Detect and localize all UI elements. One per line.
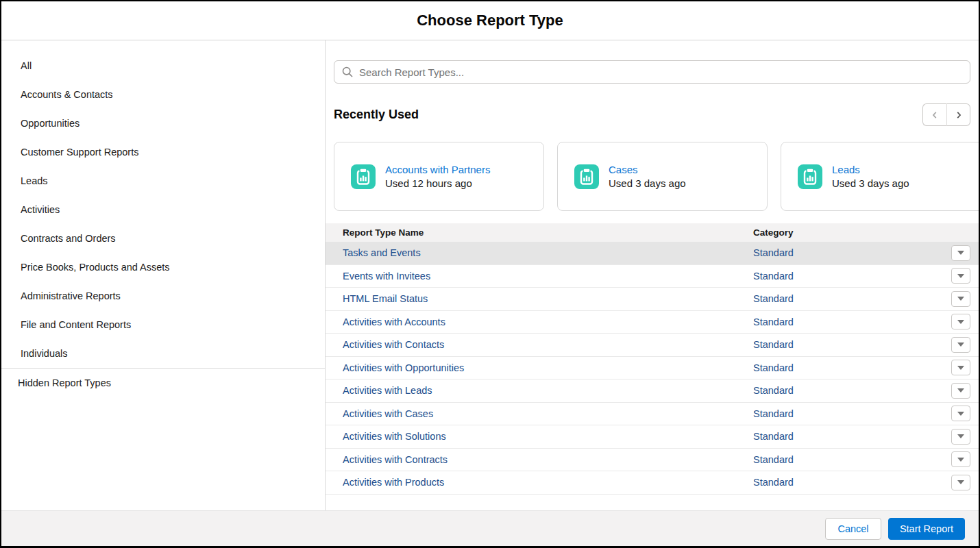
sidebar-item-label: Accounts & Contacts [21, 89, 113, 100]
report-type-row[interactable]: Activities with Contacts Standard [326, 334, 979, 357]
sidebar-item-label: Contracts and Orders [21, 233, 116, 244]
report-type-icon [798, 164, 822, 189]
sidebar-item-hidden-report-types[interactable]: Hidden Report Types [1, 369, 325, 397]
chevron-down-icon [957, 320, 964, 324]
report-type-row[interactable]: Activities with Opportunities Standard [326, 357, 979, 380]
row-actions-dropdown-button[interactable] [951, 291, 970, 307]
report-type-row[interactable]: Activities with Leads Standard [326, 379, 979, 403]
chevron-down-icon [957, 366, 964, 370]
carousel-previous-button[interactable] [922, 103, 946, 126]
row-actions-dropdown-button[interactable] [951, 337, 970, 353]
category-sidebar: All Accounts & Contacts Opportunities Cu… [1, 40, 326, 510]
chevron-down-icon [957, 274, 964, 278]
recent-card-title-link[interactable]: Accounts with Partners [385, 164, 490, 175]
table-header-row: Report Type Name Category [326, 223, 979, 242]
modal-title: Choose Report Type [417, 12, 563, 29]
chevron-right-icon [954, 110, 964, 120]
sidebar-item[interactable]: Contracts and Orders [1, 224, 325, 253]
report-type-name-link[interactable]: Activities with Cases [326, 408, 753, 419]
sidebar-item-label: Price Books, Products and Assets [21, 262, 170, 273]
row-actions-dropdown-button[interactable] [951, 268, 970, 284]
sidebar-item[interactable]: Activities [1, 195, 325, 224]
search-report-types-input[interactable] [334, 60, 970, 84]
report-type-name-link[interactable]: Tasks and Events [326, 247, 753, 258]
modal-header: Choose Report Type [1, 1, 979, 40]
report-type-row[interactable]: Activities with Contracts Standard [326, 449, 979, 472]
row-actions-dropdown-button[interactable] [951, 245, 970, 261]
sidebar-item[interactable]: Accounts & Contacts [1, 80, 325, 109]
report-type-name-link[interactable]: Events with Invitees [326, 271, 753, 282]
chevron-down-icon [957, 412, 964, 416]
row-actions-dropdown-button[interactable] [951, 314, 970, 329]
report-type-category: Standard [753, 362, 943, 373]
report-type-name-link[interactable]: Activities with Opportunities [326, 362, 753, 373]
report-type-row[interactable]: Activities with Products Standard [326, 471, 979, 495]
report-type-category: Standard [753, 408, 943, 419]
sidebar-item-label: Activities [21, 204, 60, 215]
report-type-category: Standard [753, 385, 943, 396]
chevron-down-icon [957, 342, 964, 347]
report-type-category: Standard [753, 431, 943, 442]
carousel-pager [922, 103, 970, 126]
row-actions-dropdown-button[interactable] [951, 475, 970, 490]
recent-card-title-link[interactable]: Cases [609, 164, 686, 175]
report-type-panel: Recently Used [326, 40, 979, 510]
column-header-report-type-name: Report Type Name [326, 227, 753, 238]
row-actions-dropdown-button[interactable] [951, 451, 970, 467]
chevron-down-icon [957, 388, 964, 393]
report-type-category: Standard [753, 339, 943, 350]
sidebar-item[interactable]: Leads [1, 166, 325, 195]
sidebar-item[interactable]: All [1, 51, 325, 80]
recent-card-title-link[interactable]: Leads [832, 164, 909, 175]
report-type-category: Standard [753, 316, 943, 327]
recent-report-card[interactable]: Accounts with Partners Used 12 hours ago [334, 142, 544, 211]
report-type-row[interactable]: HTML Email Status Standard [326, 288, 979, 311]
report-type-name-link[interactable]: Activities with Accounts [326, 316, 753, 327]
search-icon [342, 66, 353, 77]
sidebar-list: All Accounts & Contacts Opportunities Cu… [1, 51, 325, 368]
recent-card-last-used: Used 12 hours ago [385, 177, 490, 189]
report-type-row[interactable]: Activities with Solutions Standard [326, 425, 979, 449]
report-type-name-link[interactable]: Activities with Contracts [326, 454, 753, 465]
report-type-name-link[interactable]: Activities with Contacts [326, 339, 753, 350]
report-type-name-link[interactable]: Activities with Products [326, 477, 753, 488]
search-container [334, 60, 970, 84]
report-type-category: Standard [753, 271, 943, 282]
sidebar-item[interactable]: Price Books, Products and Assets [1, 253, 325, 282]
report-type-name-link[interactable]: Activities with Solutions [326, 431, 753, 442]
report-type-row[interactable]: Events with Invitees Standard [326, 265, 979, 288]
chevron-down-icon [957, 480, 964, 484]
report-type-name-link[interactable]: HTML Email Status [326, 293, 753, 304]
carousel-next-button[interactable] [946, 103, 970, 126]
column-header-category: Category [753, 227, 943, 238]
recent-report-card[interactable]: Cases Used 3 days ago [557, 142, 768, 211]
report-type-icon [351, 164, 376, 189]
report-type-row[interactable]: Activities with Accounts Standard [326, 311, 979, 334]
report-type-row[interactable]: Activities with Cases Standard [326, 403, 979, 426]
recent-report-card[interactable]: Leads Used 3 days ago [781, 142, 979, 211]
sidebar-item[interactable]: File and Content Reports [1, 310, 325, 339]
sidebar-item-label: Leads [21, 175, 48, 186]
recently-used-title: Recently Used [334, 108, 419, 122]
sidebar-item[interactable]: Administrative Reports [1, 282, 325, 310]
sidebar-item-label: Administrative Reports [21, 290, 121, 301]
chevron-down-icon [957, 434, 964, 438]
sidebar-item[interactable]: Individuals [1, 339, 325, 368]
report-type-category: Standard [753, 293, 943, 304]
sidebar-item[interactable]: Customer Support Reports [1, 138, 325, 166]
report-type-row[interactable]: Tasks and Events Standard [326, 242, 979, 265]
row-actions-dropdown-button[interactable] [951, 360, 970, 375]
row-actions-dropdown-button[interactable] [951, 406, 970, 421]
cancel-button[interactable]: Cancel [825, 518, 881, 540]
row-actions-dropdown-button[interactable] [951, 383, 970, 399]
recent-card-last-used: Used 3 days ago [832, 177, 909, 189]
sidebar-item[interactable]: Opportunities [1, 109, 325, 138]
recent-cards: Accounts with Partners Used 12 hours ago… [326, 142, 979, 211]
chevron-down-icon [957, 297, 964, 301]
row-actions-dropdown-button[interactable] [951, 429, 970, 445]
recent-card-last-used: Used 3 days ago [609, 177, 686, 189]
report-table-body: Tasks and Events Standard Events with In… [326, 242, 979, 495]
start-report-button[interactable]: Start Report [888, 518, 965, 540]
sidebar-item-label: Individuals [21, 348, 68, 359]
report-type-name-link[interactable]: Activities with Leads [326, 385, 753, 396]
